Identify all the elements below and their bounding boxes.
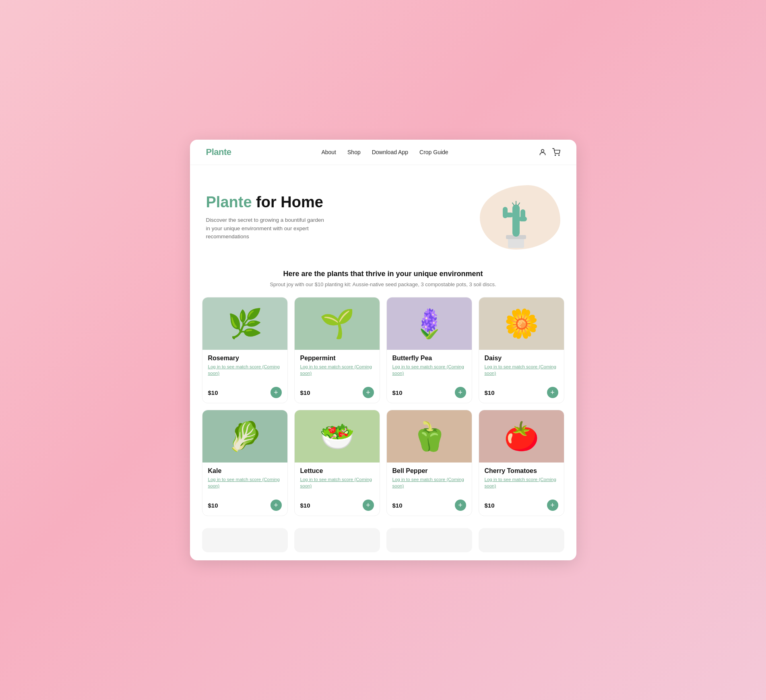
plant-grid: 🌿RosemaryLog in to see match score (Comi… <box>190 297 576 528</box>
plant-price-0: $10 <box>208 389 218 396</box>
plant-image-4: 🥬 <box>202 410 287 463</box>
plant-card-0: 🌿RosemaryLog in to see match score (Comi… <box>202 297 288 403</box>
plant-emoji-7: 🍅 <box>504 422 539 450</box>
add-to-cart-button-0[interactable]: + <box>270 387 282 398</box>
plant-info-1: PeppermintLog in to see match score (Com… <box>295 350 380 384</box>
plant-log-link-3[interactable]: Log in to see match score (Coming soon) <box>485 363 558 376</box>
plant-card-5: 🥗LettuceLog in to see match score (Comin… <box>294 410 380 516</box>
plant-footer-4: $10+ <box>202 496 287 516</box>
partial-card-4 <box>479 528 564 552</box>
hero-title-rest: for Home <box>252 194 323 211</box>
logo[interactable]: Plante <box>206 147 231 157</box>
plant-card-4: 🥬KaleLog in to see match score (Coming s… <box>202 410 288 516</box>
plant-log-link-7[interactable]: Log in to see match score (Coming soon) <box>485 476 558 489</box>
plant-log-link-0[interactable]: Log in to see match score (Coming soon) <box>208 363 282 376</box>
plant-footer-6: $10+ <box>387 496 472 516</box>
main-window: Plante AboutShopDownload AppCrop Guide <box>190 140 576 560</box>
plant-log-link-5[interactable]: Log in to see match score (Coming soon) <box>300 476 374 489</box>
plant-emoji-5: 🥗 <box>320 422 355 450</box>
plant-price-3: $10 <box>485 389 495 396</box>
nav-icons <box>539 148 560 156</box>
plant-info-2: Butterfly PeaLog in to see match score (… <box>387 350 472 384</box>
plant-name-6: Bell Pepper <box>392 467 466 475</box>
plant-name-5: Lettuce <box>300 467 374 475</box>
plant-emoji-0: 🌿 <box>227 310 262 338</box>
section-title: Here are the plants that thrive in your … <box>206 270 560 278</box>
svg-rect-7 <box>503 207 508 218</box>
hero-title-brand: Plante <box>206 194 252 211</box>
plant-image-7: 🍅 <box>479 410 564 463</box>
plant-card-2: 🪻Butterfly PeaLog in to see match score … <box>386 297 472 403</box>
add-to-cart-button-7[interactable]: + <box>547 500 558 511</box>
plant-info-3: DaisyLog in to see match score (Coming s… <box>479 350 564 384</box>
plant-emoji-2: 🪻 <box>412 310 447 338</box>
add-to-cart-button-3[interactable]: + <box>547 387 558 398</box>
svg-point-1 <box>555 155 555 155</box>
plant-footer-3: $10+ <box>479 384 564 403</box>
plant-emoji-1: 🌱 <box>320 310 355 338</box>
partial-card-1 <box>202 528 288 552</box>
plant-log-link-1[interactable]: Log in to see match score (Coming soon) <box>300 363 374 376</box>
nav-link-crop-guide[interactable]: Crop Guide <box>419 149 448 155</box>
svg-line-11 <box>512 203 514 205</box>
partial-card-2 <box>294 528 380 552</box>
plant-emoji-4: 🥬 <box>227 422 262 450</box>
plant-info-6: Bell PepperLog in to see match score (Co… <box>387 463 472 496</box>
plant-info-5: LettuceLog in to see match score (Coming… <box>295 463 380 496</box>
plant-card-3: 🌼DaisyLog in to see match score (Coming … <box>479 297 564 403</box>
plant-name-1: Peppermint <box>300 355 374 362</box>
plant-log-link-4[interactable]: Log in to see match score (Coming soon) <box>208 476 282 489</box>
cart-icon-button[interactable] <box>552 148 560 156</box>
plant-info-0: RosemaryLog in to see match score (Comin… <box>202 350 287 384</box>
hero-section: Plante for Home Discover the secret to g… <box>190 165 576 266</box>
plant-log-link-2[interactable]: Log in to see match score (Coming soon) <box>392 363 466 376</box>
hero-text: Plante for Home Discover the secret to g… <box>206 194 472 241</box>
hero-image <box>472 181 560 254</box>
partial-card-3 <box>386 528 472 552</box>
plant-emoji-3: 🌼 <box>504 310 539 338</box>
nav-link-about[interactable]: About <box>321 149 336 155</box>
plant-image-0: 🌿 <box>202 297 287 350</box>
plant-card-6: 🫑Bell PepperLog in to see match score (C… <box>386 410 472 516</box>
user-icon-button[interactable] <box>539 148 547 156</box>
add-to-cart-button-6[interactable]: + <box>455 500 466 511</box>
add-to-cart-button-2[interactable]: + <box>455 387 466 398</box>
plant-name-4: Kale <box>208 467 282 475</box>
header: Plante AboutShopDownload AppCrop Guide <box>190 140 576 165</box>
plant-image-2: 🪻 <box>387 297 472 350</box>
plant-image-1: 🌱 <box>295 297 380 350</box>
plant-price-1: $10 <box>300 389 310 396</box>
plant-price-4: $10 <box>208 502 218 509</box>
add-to-cart-button-5[interactable]: + <box>363 500 374 511</box>
plant-card-1: 🌱PeppermintLog in to see match score (Co… <box>294 297 380 403</box>
plant-emoji-6: 🫑 <box>412 422 447 450</box>
section-header: Here are the plants that thrive in your … <box>190 266 576 297</box>
hero-title: Plante for Home <box>206 194 472 211</box>
plant-price-5: $10 <box>300 502 310 509</box>
plant-footer-0: $10+ <box>202 384 287 403</box>
plant-footer-5: $10+ <box>295 496 380 516</box>
plant-footer-2: $10+ <box>387 384 472 403</box>
svg-point-2 <box>558 155 559 155</box>
plant-name-0: Rosemary <box>208 355 282 362</box>
plant-info-7: Cherry TomatoesLog in to see match score… <box>479 463 564 496</box>
add-to-cart-button-1[interactable]: + <box>363 387 374 398</box>
nav-link-shop[interactable]: Shop <box>347 149 361 155</box>
hero-subtitle: Discover the secret to growing a bountif… <box>206 216 327 241</box>
plant-price-2: $10 <box>392 389 403 396</box>
partial-row <box>190 528 576 560</box>
add-to-cart-button-4[interactable]: + <box>270 500 282 511</box>
plant-image-6: 🫑 <box>387 410 472 463</box>
plant-footer-1: $10+ <box>295 384 380 403</box>
plant-price-6: $10 <box>392 502 403 509</box>
plant-name-3: Daisy <box>485 355 558 362</box>
cactus-illustration <box>494 184 538 250</box>
plant-card-7: 🍅Cherry TomatoesLog in to see match scor… <box>479 410 564 516</box>
nav-link-download-app[interactable]: Download App <box>372 149 408 155</box>
plant-info-4: KaleLog in to see match score (Coming so… <box>202 463 287 496</box>
plant-name-2: Butterfly Pea <box>392 355 466 362</box>
plant-name-7: Cherry Tomatoes <box>485 467 558 475</box>
plant-log-link-6[interactable]: Log in to see match score (Coming soon) <box>392 476 466 489</box>
section-subtitle: Sprout joy with our $10 planting kit: Au… <box>206 281 560 287</box>
svg-point-0 <box>541 149 544 152</box>
